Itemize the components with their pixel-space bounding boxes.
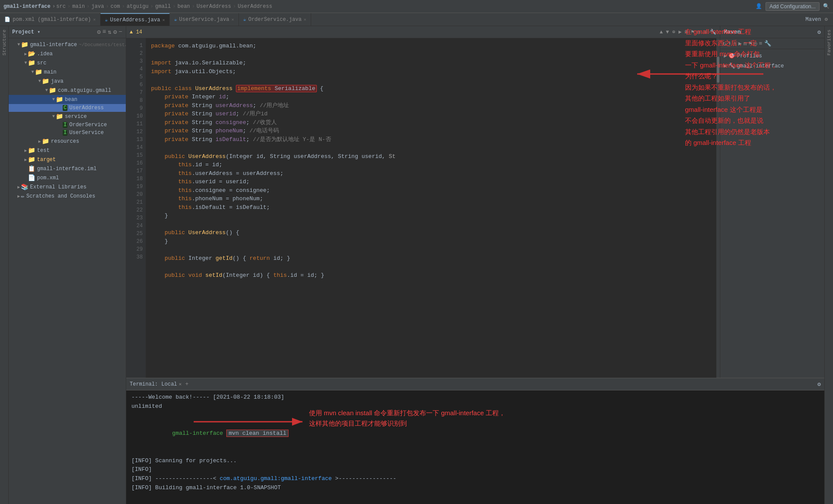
folder-icon-target: 📁	[28, 156, 35, 163]
top-bar-right: 👤 Add Configuration... 🔍	[756, 2, 830, 11]
maven-interface-item[interactable]: ▶ 🔧 gmall-interface	[724, 62, 821, 70]
user-icon: 👤	[756, 3, 762, 10]
code-line-24: }	[151, 237, 711, 246]
sidebar-item-main[interactable]: ▼ 📁 main	[9, 67, 126, 77]
java-interface-icon: I	[63, 122, 67, 128]
maven-add-icon[interactable]: +	[733, 40, 737, 47]
code-line-3: import java.io.Serializable;	[151, 59, 711, 67]
sidebar-title: Project ▾	[12, 29, 40, 35]
main-area: Structure Project ▾ ⚙ ≡ ⇅ ⚙ − ▼ 📁 gmall-…	[0, 26, 833, 504]
maven-settings-icon[interactable]: ⚙	[817, 29, 821, 36]
editor-maven-area: ▲ 14 ▲ ▼ ⊕ ▶ m ⚑ ◎ ≡ 🔧 1 2 3 4 5 6 7 8 9	[126, 26, 824, 378]
maven-menu-icon[interactable]: ≡	[759, 40, 762, 47]
maven-m-icon[interactable]: m	[743, 40, 747, 47]
maven-refresh-icon[interactable]: ↻	[723, 40, 726, 47]
tab-userservice-label: UserService.java	[179, 17, 229, 23]
maven-link-icon[interactable]: ⚑	[749, 40, 752, 47]
code-line-6: public class UserAddress implements Seri…	[151, 84, 711, 93]
sidebar-icon-layout[interactable]: ≡	[102, 28, 106, 36]
libs-icon: 📚	[21, 183, 28, 191]
terminal-tab-close[interactable]: ✕	[179, 381, 182, 387]
tab-orderservice-close[interactable]: ✕	[304, 17, 306, 22]
breadcrumb: › src › main › java › com › atguigu › gm…	[52, 3, 272, 10]
add-configuration-button[interactable]: Add Configuration...	[766, 2, 820, 11]
tab-useraddress-label: UserAddress.java	[110, 17, 160, 23]
scrollbar-thumb[interactable]	[717, 57, 719, 83]
editor-scrollbar[interactable]	[716, 38, 720, 378]
code-line-12: private String isDefault; //是否为默认地址 Y-是 …	[151, 135, 711, 144]
maven-expand-icon-2: ▶	[724, 63, 727, 69]
term-info-3: [INFO] -----------------< com.atguigu.gm…	[131, 474, 819, 484]
sidebar-icon-gear[interactable]: ⚙	[97, 28, 101, 36]
line-numbers: 1 2 3 4 5 6 7 8 9 10 11 12 13 14	[126, 38, 146, 378]
sidebar-item-gmall-interface[interactable]: ▼ 📁 gmall-interface ~/Documents/test/gma…	[9, 40, 126, 49]
tab-useraddress[interactable]: ☕ UserAddress.java ✕	[101, 13, 170, 26]
code-line-25	[151, 245, 711, 254]
sidebar-item-bean[interactable]: ▼ 📁 bean	[9, 95, 126, 104]
sidebar-item-idea[interactable]: ▶ 📂 .idea	[9, 49, 126, 58]
sidebar: Project ▾ ⚙ ≡ ⇅ ⚙ − ▼ 📁 gmall-interface …	[9, 26, 126, 504]
top-bar: gmall-interface › src › main › java › co…	[0, 0, 833, 13]
maven-panel: Maven ⚙ ↻ ⬇ + ▶ m ⚑ ◎ ≡ 🔧 ▶	[720, 26, 824, 378]
code-line-17: this.userid = userid;	[151, 178, 711, 186]
maven-tool-icon[interactable]: 🔧	[764, 40, 771, 47]
terminal-annotation: 使用 mvn clean install 命令重新打包发布一下 gmall-in…	[309, 408, 505, 429]
sidebar-item-target[interactable]: ▶ 📁 target	[9, 155, 126, 164]
code-line-11: private String phoneNum; //电话号码	[151, 127, 711, 135]
xml-icon: 📄	[4, 17, 10, 22]
code-line-1: package com.atguigu.gmall.bean;	[151, 42, 711, 50]
maven-download-icon[interactable]: ⬇	[728, 40, 732, 47]
terminal-local-tab[interactable]: Local ✕	[161, 381, 182, 387]
maven-run-icon[interactable]: ▶	[738, 40, 742, 47]
terminal-content[interactable]: -----Welcome back!----- [2021-08-22 18:1…	[126, 390, 824, 504]
search-icon[interactable]: 🔍	[823, 3, 830, 10]
sidebar-item-test[interactable]: ▶ 📁 test	[9, 146, 126, 155]
structure-tab[interactable]: Structure	[0, 26, 9, 504]
folder-icon-java: 📁	[42, 77, 49, 85]
code-line-22	[151, 220, 711, 229]
code-line-20: this.isDefault = isDefault;	[151, 203, 711, 212]
sidebar-item-java[interactable]: ▼ 📁 java	[9, 77, 126, 86]
sidebar-item-external-libs[interactable]: ▶ 📚 External Libraries	[9, 182, 126, 192]
sidebar-item-resources[interactable]: ▶ 📁 resources	[9, 137, 126, 146]
sidebar-icon-sort[interactable]: ⇅	[108, 28, 111, 36]
tab-orderservice[interactable]: ☕ OrderService.java ✕	[239, 13, 311, 26]
favorites-label: Favorites	[826, 30, 832, 55]
sidebar-item-userservice[interactable]: ▶ I UserService	[9, 129, 126, 137]
tab-userservice-close[interactable]: ✕	[232, 17, 234, 22]
sidebar-icon-settings[interactable]: ⚙	[113, 28, 117, 36]
warning-indicator: ▲ 14	[130, 29, 142, 35]
command-box: mvn clean install	[226, 430, 289, 437]
maven-profiles-item[interactable]: ▶ 🎯 Profiles	[724, 52, 821, 60]
java-icon-2: ☕	[174, 17, 177, 22]
code-content[interactable]: package com.atguigu.gmall.bean; import j…	[146, 38, 716, 378]
sidebar-item-iml[interactable]: ▶ 📋 gmall-interface.iml	[9, 164, 126, 173]
terminal-gear-icon[interactable]: ⚙	[817, 381, 821, 388]
tab-pom[interactable]: 📄 pom.xml (gmall-interface) ✕	[0, 13, 101, 26]
sidebar-item-com-atguigu[interactable]: ▼ 📁 com.atguigu.gmall	[9, 86, 126, 95]
tab-useraddress-close[interactable]: ✕	[162, 17, 165, 23]
sidebar-item-scratches[interactable]: ▶ ✏️ Scratches and Consoles	[9, 192, 126, 201]
tab-userservice[interactable]: ☕ UserService.java ✕	[170, 13, 239, 26]
term-info-4: [INFO] Building gmall-interface 1.0-SNAP…	[131, 484, 819, 493]
maven-circle-icon[interactable]: ◎	[754, 40, 757, 47]
sidebar-item-src[interactable]: ▼ 📁 src	[9, 58, 126, 67]
sidebar-item-service[interactable]: ▼ 📁 service	[9, 112, 126, 121]
code-line-18: this.consignee = consignee;	[151, 186, 711, 195]
java-interface-icon-2: I	[63, 130, 67, 136]
tab-orderservice-label: OrderService.java	[248, 17, 301, 23]
code-line-38: public void setId(Integer id) { this.id …	[151, 271, 711, 280]
terminal-add-button[interactable]: +	[185, 381, 188, 387]
sidebar-icon-minus[interactable]: −	[119, 28, 122, 36]
term-info-1: [INFO] Scanning for projects...	[131, 457, 819, 466]
tab-pom-close[interactable]: ✕	[93, 17, 96, 22]
sidebar-item-pomxml[interactable]: ▶ 📄 pom.xml	[9, 173, 126, 182]
favorites-tab[interactable]: Favorites	[824, 26, 833, 504]
tabs-bar: 📄 pom.xml (gmall-interface) ✕ ☕ UserAddr…	[0, 13, 833, 26]
terminal-area: Terminal: Local ✕ + ⚙ -----Welcome back!…	[126, 378, 824, 504]
maven-gear-icon[interactable]: ⚙	[825, 16, 828, 23]
maven-tab[interactable]: Maven ⚙	[800, 13, 833, 26]
editor-area: ▲ 14 ▲ ▼ ⊕ ▶ m ⚑ ◎ ≡ 🔧 1 2 3 4 5 6 7 8 9	[126, 26, 720, 378]
sidebar-item-useraddress[interactable]: ▶ C UserAddress	[9, 104, 126, 112]
sidebar-item-orderservice[interactable]: ▶ I OrderService	[9, 121, 126, 129]
